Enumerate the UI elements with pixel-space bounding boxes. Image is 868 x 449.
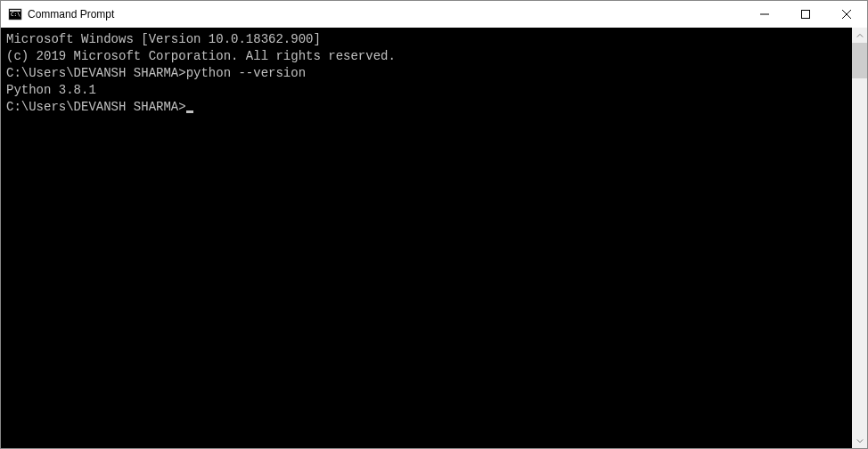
terminal-line: (c) 2019 Microsoft Corporation. All righ… — [6, 48, 847, 65]
scroll-up-button[interactable] — [852, 28, 867, 43]
scrollbar[interactable] — [852, 28, 867, 448]
terminal-line: C:\Users\DEVANSH SHARMA>python --version — [6, 65, 847, 82]
terminal-line: Microsoft Windows [Version 10.0.18362.90… — [6, 31, 847, 48]
close-button[interactable] — [826, 1, 867, 28]
scroll-down-button[interactable] — [852, 433, 867, 448]
scrollbar-thumb[interactable] — [852, 43, 867, 78]
title-bar[interactable]: C:\ Command Prompt — [1, 1, 867, 28]
terminal-content[interactable]: Microsoft Windows [Version 10.0.18362.90… — [1, 28, 852, 448]
prompt: C:\Users\DEVANSH SHARMA> — [6, 100, 186, 114]
svg-text:C:\: C:\ — [11, 11, 20, 17]
maximize-button[interactable] — [785, 1, 826, 28]
cursor — [186, 110, 193, 113]
terminal-output: Python 3.8.1 — [6, 82, 847, 99]
terminal-line: C:\Users\DEVANSH SHARMA> — [6, 100, 193, 114]
app-icon: C:\ — [8, 7, 22, 21]
svg-rect-4 — [802, 11, 810, 19]
prompt: C:\Users\DEVANSH SHARMA> — [6, 66, 186, 80]
window-controls — [744, 1, 867, 28]
minimize-button[interactable] — [744, 1, 785, 28]
command: python --version — [186, 66, 306, 80]
terminal-area: Microsoft Windows [Version 10.0.18362.90… — [1, 28, 867, 448]
window-title: Command Prompt — [28, 8, 744, 20]
